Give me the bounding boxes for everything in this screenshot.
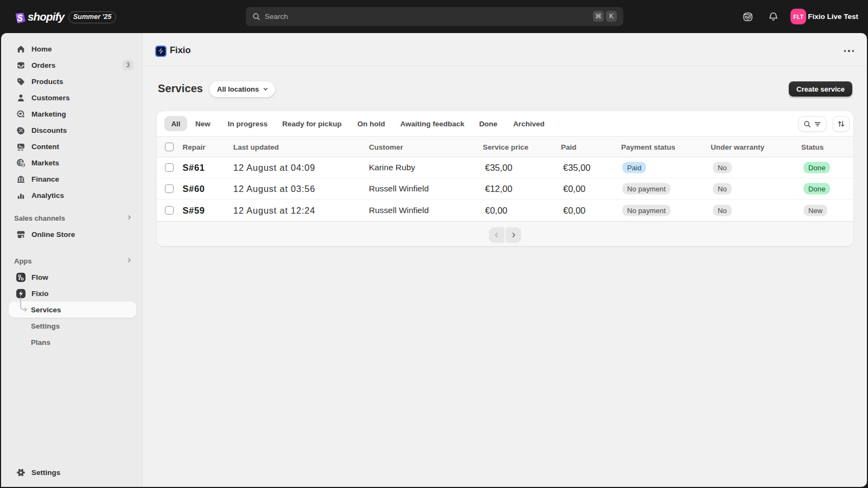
svg-text:S: S <box>17 14 23 23</box>
svg-text:$: $ <box>22 162 24 168</box>
